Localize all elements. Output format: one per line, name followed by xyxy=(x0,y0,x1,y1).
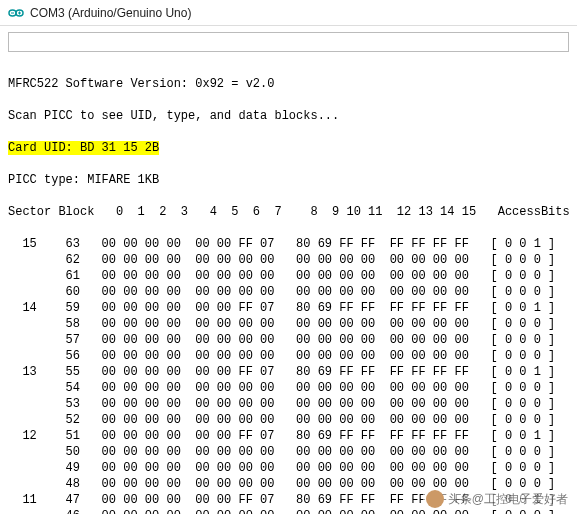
scan-line: Scan PICC to see UID, type, and data blo… xyxy=(8,108,569,124)
version-line: MFRC522 Software Version: 0x92 = v2.0 xyxy=(8,76,569,92)
dump-row: 56 00 00 00 00 00 00 00 00 00 00 00 00 0… xyxy=(8,348,569,364)
table-header: Sector Block 0 1 2 3 4 5 6 7 8 9 10 11 1… xyxy=(8,204,569,220)
window-title: COM3 (Arduino/Genuino Uno) xyxy=(30,6,191,20)
dump-row: 52 00 00 00 00 00 00 00 00 00 00 00 00 0… xyxy=(8,412,569,428)
title-bar: COM3 (Arduino/Genuino Uno) xyxy=(0,0,577,26)
dump-row: 49 00 00 00 00 00 00 00 00 00 00 00 00 0… xyxy=(8,460,569,476)
dump-row: 50 00 00 00 00 00 00 00 00 00 00 00 00 0… xyxy=(8,444,569,460)
dump-row: 53 00 00 00 00 00 00 00 00 00 00 00 00 0… xyxy=(8,396,569,412)
dump-row: 46 00 00 00 00 00 00 00 00 00 00 00 00 0… xyxy=(8,508,569,514)
dump-row: 58 00 00 00 00 00 00 00 00 00 00 00 00 0… xyxy=(8,316,569,332)
dump-row: 15 63 00 00 00 00 00 00 FF 07 80 69 FF F… xyxy=(8,236,569,252)
card-uid-highlight: Card UID: BD 31 15 2B xyxy=(8,141,159,155)
watermark-avatar-icon xyxy=(426,490,444,508)
dump-row: 12 51 00 00 00 00 00 00 FF 07 80 69 FF F… xyxy=(8,428,569,444)
dump-row: 60 00 00 00 00 00 00 00 00 00 00 00 00 0… xyxy=(8,284,569,300)
serial-monitor-output[interactable]: MFRC522 Software Version: 0x92 = v2.0 Sc… xyxy=(0,56,577,514)
card-uid-line: Card UID: BD 31 15 2B xyxy=(8,140,569,156)
dump-row: 14 59 00 00 00 00 00 00 FF 07 80 69 FF F… xyxy=(8,300,569,316)
watermark-text: 头条@工控电子爱好者 xyxy=(448,491,568,508)
dump-table-body: 15 63 00 00 00 00 00 00 FF 07 80 69 FF F… xyxy=(8,236,569,514)
dump-row: 61 00 00 00 00 00 00 00 00 00 00 00 00 0… xyxy=(8,268,569,284)
dump-row: 13 55 00 00 00 00 00 00 FF 07 80 69 FF F… xyxy=(8,364,569,380)
dump-row: 54 00 00 00 00 00 00 00 00 00 00 00 00 0… xyxy=(8,380,569,396)
arduino-icon xyxy=(8,5,24,21)
serial-send-input[interactable] xyxy=(8,32,569,52)
dump-row: 57 00 00 00 00 00 00 00 00 00 00 00 00 0… xyxy=(8,332,569,348)
dump-row: 62 00 00 00 00 00 00 00 00 00 00 00 00 0… xyxy=(8,252,569,268)
watermark: 头条@工控电子爱好者 xyxy=(423,490,571,508)
picc-type-line: PICC type: MIFARE 1KB xyxy=(8,172,569,188)
